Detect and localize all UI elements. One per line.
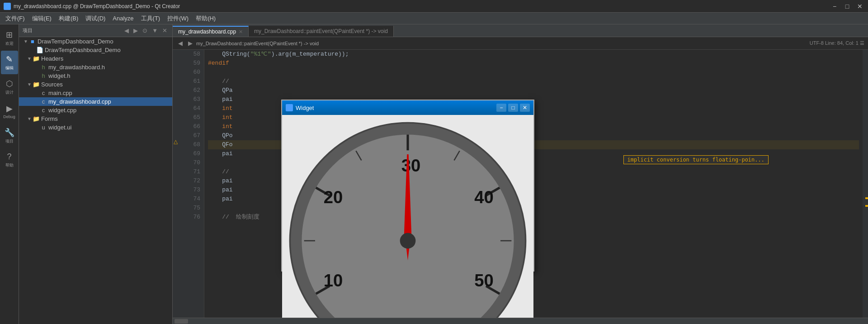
warning-gutter: △ <box>173 50 182 318</box>
file-tree-title: 项目 <box>23 27 33 34</box>
menu-edit[interactable]: 编辑(E) <box>28 14 55 24</box>
code-line: QPa <box>208 86 859 95</box>
tab-paintevent[interactable]: my_DrawDashboard::paintEvent(QPaintEvent… <box>249 26 394 37</box>
widget-close-btn[interactable]: ✕ <box>520 104 530 112</box>
folder-node-icon: 📁 <box>33 115 40 122</box>
file-node-icon: h <box>40 64 47 71</box>
widget-controls: − □ ✕ <box>496 104 530 112</box>
scroll-indicator[interactable] <box>863 50 868 318</box>
menu-tools[interactable]: 工具(T) <box>137 14 164 24</box>
project-label: 项目 <box>5 138 14 144</box>
close-button[interactable]: ✕ <box>855 2 864 11</box>
file-node-icon: c <box>40 107 47 114</box>
tree-node-label: widget.ui <box>48 124 172 131</box>
warning-icon: △ <box>174 138 178 145</box>
file-tree-header: 项目 ◀ ▶ ⊙ ▼ ✕ <box>19 24 172 37</box>
code-line: // <box>208 77 859 86</box>
menu-build[interactable]: 构建(B) <box>55 14 82 24</box>
gauge-label-20: 20 <box>324 187 343 207</box>
tree-node-src1[interactable]: c main.cpp <box>19 89 172 97</box>
tree-node-label: Forms <box>41 115 172 122</box>
window-title: my_drawdashboard.cpp @ DrawTempDashboard… <box>14 3 830 10</box>
menu-file[interactable]: 文件(F) <box>2 14 28 24</box>
minimize-button[interactable]: − <box>830 2 839 11</box>
sidebar-item-welcome[interactable]: ⊞ 欢迎 <box>1 26 18 50</box>
tree-forward-btn[interactable]: ▶ <box>132 27 139 34</box>
widget-popup: Widget − □ ✕ <box>281 100 534 272</box>
welcome-label: 欢迎 <box>5 41 14 47</box>
tab-drawdashboard[interactable]: my_drawdashboard.cpp ✕ <box>173 26 249 37</box>
tree-node-label: widget.cpp <box>48 107 172 114</box>
project-icon: 🔧 <box>5 128 14 138</box>
nav-forward-btn[interactable]: ▶ <box>186 39 194 48</box>
folder-node-icon: 📁 <box>33 55 40 62</box>
tree-node-label: DrawTempDashboard_Demo <box>38 38 172 45</box>
menu-analyze[interactable]: Analyze <box>109 14 137 23</box>
widget-titlebar: Widget − □ ✕ <box>282 100 533 115</box>
tree-node-label: my_drawdashboard.cpp <box>48 98 172 105</box>
warning-message: implicit conversion turns floating-poin.… <box>623 155 769 164</box>
debug-icon: ▶ <box>6 104 13 114</box>
tree-node-src2[interactable]: c my_drawdashboard.cpp <box>19 97 172 106</box>
design-label: 设计 <box>5 90 14 95</box>
main-area: ⊞ 欢迎 ✎ 编辑 ⬡ 设计 ▶ Debug 🔧 项目 ? 帮助 项目 ◀ <box>0 24 868 324</box>
menu-help[interactable]: 帮助(H) <box>192 14 219 24</box>
tree-node-label: Sources <box>41 81 172 88</box>
widget-icon <box>286 104 293 111</box>
widget-title: Widget <box>296 105 496 111</box>
horizontal-scrollbar[interactable] <box>173 318 868 324</box>
editor-toolbar: ◀ ▶ my_DrawDashboard::paintEvent(QPaintE… <box>173 37 868 50</box>
tree-node-sources[interactable]: ▼ 📁 Sources <box>19 80 172 89</box>
gauge-display: 0 10 20 30 40 50 <box>282 115 533 318</box>
widget-restore-btn[interactable]: □ <box>508 104 518 112</box>
folder-node-icon: 📁 <box>33 81 40 88</box>
code-content[interactable]: △ 58 59 60 61 62 63 64 65 66 67 68 69 70… <box>173 50 868 318</box>
expand-arrow: ▼ <box>26 56 33 61</box>
tree-node-root[interactable]: ▼ ■ DrawTempDashboard_Demo <box>19 37 172 46</box>
sidebar-item-edit[interactable]: ✎ 编辑 <box>1 51 18 74</box>
tree-node-forms[interactable]: ▼ 📁 Forms <box>19 114 172 123</box>
tree-node-headers[interactable]: ▼ 📁 Headers <box>19 54 172 63</box>
tree-filter-btn[interactable]: ▼ <box>151 27 159 34</box>
tree-close-btn[interactable]: ✕ <box>161 27 169 34</box>
gauge-label-10: 10 <box>324 271 343 290</box>
code-line <box>208 68 859 77</box>
tree-node-header2[interactable]: h widget.h <box>19 71 172 80</box>
tree-node-header1[interactable]: h my_drawdashboard.h <box>19 63 172 71</box>
warning-text: implicit conversion turns floating-poin.… <box>627 157 764 163</box>
sidebar-item-debug[interactable]: ▶ Debug <box>1 100 18 123</box>
nav-back-btn[interactable]: ◀ <box>176 39 184 48</box>
tab-label: my_DrawDashboard::paintEvent(QPaintEvent… <box>254 28 388 34</box>
tab-close-icon[interactable]: ✕ <box>239 29 243 35</box>
window-controls: − □ ✕ <box>830 2 864 11</box>
widget-minimize-btn[interactable]: − <box>496 104 506 112</box>
file-node-icon: u <box>40 124 47 131</box>
edit-icon: ✎ <box>6 54 13 64</box>
tree-node-src3[interactable]: c widget.cpp <box>19 106 172 114</box>
title-bar: my_drawdashboard.cpp @ DrawTempDashboard… <box>0 0 868 13</box>
menu-bar: 文件(F) 编辑(E) 构建(B) 调试(D) Analyze 工具(T) 控件… <box>0 13 868 24</box>
edit-label: 编辑 <box>5 65 14 71</box>
tree-sync-btn[interactable]: ⊙ <box>141 27 149 34</box>
expand-arrow: ▼ <box>26 82 33 87</box>
sidebar-item-help[interactable]: ? 帮助 <box>1 148 18 172</box>
menu-widgets[interactable]: 控件(W) <box>164 14 192 24</box>
scrollbar-thumb[interactable] <box>175 319 188 324</box>
expand-arrow: ▼ <box>23 39 29 44</box>
sidebar-item-design[interactable]: ⬡ 设计 <box>1 75 18 99</box>
widget-canvas: 0 10 20 30 40 50 <box>282 115 533 318</box>
project-node-icon: ■ <box>29 38 36 45</box>
file-node-icon: h <box>40 72 47 79</box>
file-node-icon: c <box>40 90 47 96</box>
status-right: UTF-8 Line: 84, Col: 1 ☰ <box>810 40 864 46</box>
menu-debug[interactable]: 调试(D) <box>82 14 109 24</box>
tree-node-label: main.cpp <box>48 90 172 96</box>
breadcrumb: my_DrawDashboard::paintEvent(QPaintEvent… <box>196 41 808 46</box>
debug-label: Debug <box>3 114 15 119</box>
tree-node-form1[interactable]: u widget.ui <box>19 123 172 132</box>
tree-back-btn[interactable]: ◀ <box>123 27 130 34</box>
maximize-button[interactable]: □ <box>843 2 852 11</box>
tree-node-label: Headers <box>41 55 172 62</box>
tree-node-proj-item[interactable]: 📄 DrawTempDashboard_Demo <box>19 46 172 54</box>
sidebar-item-project[interactable]: 🔧 项目 <box>1 124 18 148</box>
